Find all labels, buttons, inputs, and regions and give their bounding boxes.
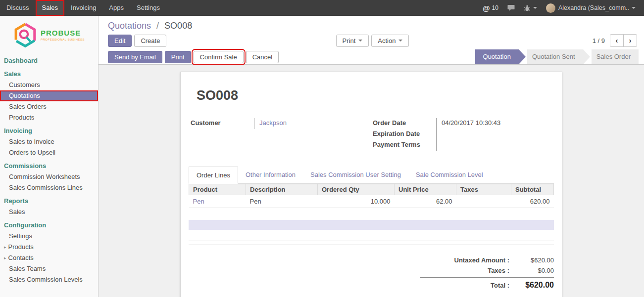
debug-menu-button[interactable] xyxy=(519,0,542,16)
customer-value-link[interactable]: Jackpson xyxy=(259,119,287,127)
print-dropdown-label: Print xyxy=(343,37,356,44)
edit-button[interactable]: Edit xyxy=(108,35,132,47)
sidebar-item-commission-worksheets[interactable]: Commission Worksheets xyxy=(0,171,98,182)
record-title: SO008 xyxy=(197,88,554,103)
separator-line xyxy=(189,245,554,245)
confirm-sale-button[interactable]: Confirm Sale xyxy=(194,51,244,63)
column-header-product[interactable]: Product xyxy=(189,184,246,195)
order-line-row[interactable]: Pen Pen 10.000 62.00 620.00 xyxy=(189,195,554,208)
sidebar-item-products[interactable]: Products xyxy=(0,112,98,123)
sidebar-item-label: Products xyxy=(8,243,34,251)
sidebar-item-orders-to-upsell[interactable]: Orders to Upsell xyxy=(0,147,98,158)
sidebar-header-sales[interactable]: Sales xyxy=(0,68,98,80)
description-cell: Pen xyxy=(246,195,318,208)
chevron-down-icon xyxy=(533,7,537,9)
nav-invoicing[interactable]: Invoicing xyxy=(64,0,102,16)
order-lines-header-row: Product Description Ordered Qty Unit Pri… xyxy=(189,184,554,195)
user-menu[interactable]: Alexandra (Sales_comm.. xyxy=(542,0,640,16)
probuse-logo[interactable]: PROBUSE PROFESSIONAL BUSINESS xyxy=(0,16,98,53)
chevron-down-icon xyxy=(398,40,402,42)
chevron-down-icon xyxy=(358,40,362,42)
sidebar-header-configuration[interactable]: Configuration xyxy=(0,219,98,231)
taxes-label: Taxes : xyxy=(420,267,514,274)
nav-apps[interactable]: Apps xyxy=(102,0,130,16)
sidebar-header-commissions[interactable]: Commissions xyxy=(0,160,98,171)
sidebar-item-quotations[interactable]: Quotations xyxy=(0,90,98,101)
chevron-right-icon: ▸ xyxy=(4,255,6,260)
order-date-value: 04/20/2017 10:30:43 xyxy=(437,118,553,129)
tab-other-information[interactable]: Other Information xyxy=(238,167,303,183)
print-dropdown[interactable]: Print xyxy=(336,35,369,47)
sidebar-item-label: Contacts xyxy=(8,254,34,261)
activity-count: 10 xyxy=(492,4,498,11)
order-date-label: Order Date xyxy=(372,118,437,129)
sidebar-item-sales-to-invoice[interactable]: Sales to Invoice xyxy=(0,136,98,147)
sidebar-item-settings[interactable]: Settings xyxy=(0,231,98,242)
control-panel: Quotations / SO008 Edit Create Print Act… xyxy=(99,16,644,49)
sidebar: PROBUSE PROFESSIONAL BUSINESS Dashboard … xyxy=(0,16,99,297)
probuse-logo-icon xyxy=(13,22,37,48)
sidebar-item-contacts[interactable]: ▸Contacts xyxy=(0,253,98,263)
top-nav-menu: Discuss Sales Invoicing Apps Settings xyxy=(0,0,166,16)
cancel-button[interactable]: Cancel xyxy=(246,51,279,63)
create-button[interactable]: Create xyxy=(134,35,166,47)
tab-order-lines[interactable]: Order Lines xyxy=(189,167,238,184)
state-sales-order[interactable]: Sales Order xyxy=(592,49,639,64)
sidebar-menu: Dashboard Sales Customers Quotations Sal… xyxy=(0,55,98,285)
pager-next-button[interactable]: › xyxy=(623,34,637,47)
field-groups: Customer Jackpson Order Date 04/20/2017 … xyxy=(190,118,553,151)
state-quotation-sent[interactable]: Quotation Sent xyxy=(527,49,583,64)
breadcrumb-separator: / xyxy=(156,21,159,31)
sidebar-header-dashboard[interactable]: Dashboard xyxy=(0,55,98,66)
sidebar-item-sales-report[interactable]: Sales xyxy=(0,207,98,217)
nav-settings[interactable]: Settings xyxy=(130,0,166,16)
customer-label: Customer xyxy=(190,118,254,129)
breadcrumb-current: SO008 xyxy=(164,21,192,31)
logo-subtitle: PROFESSIONAL BUSINESS xyxy=(41,38,85,41)
sidebar-item-sales-commissions-lines[interactable]: Sales Commissions Lines xyxy=(0,182,98,193)
pager: ‹ › xyxy=(610,34,637,47)
pager-previous-button[interactable]: ‹ xyxy=(610,34,624,47)
at-icon: @ xyxy=(483,4,490,12)
sidebar-header-invoicing[interactable]: Invoicing xyxy=(0,125,98,136)
sidebar-header-reports[interactable]: Reports xyxy=(0,195,98,207)
messages-button[interactable] xyxy=(503,0,519,16)
order-lines-table: Product Description Ordered Qty Unit Pri… xyxy=(189,184,554,208)
send-by-email-button[interactable]: Send by Email xyxy=(108,51,162,63)
expiration-date-value xyxy=(437,129,553,140)
action-dropdown[interactable]: Action xyxy=(371,35,409,47)
terms-note-field[interactable] xyxy=(189,220,554,230)
sidebar-item-sales-commission-levels[interactable]: Sales Commission Levels xyxy=(0,274,98,285)
form-statusbar: Send by Email Print Confirm Sale Cancel … xyxy=(99,49,644,65)
form-view: SO008 Customer Jackpson Order Date 04/20… xyxy=(99,65,644,297)
logo-title: PROBUSE xyxy=(41,29,85,37)
top-nav-tools: @ 10 Alexandra (Sales_comm.. xyxy=(478,0,644,16)
tab-sale-commission-level[interactable]: Sale Commission Level xyxy=(408,167,491,183)
ordered-qty-cell: 10.000 xyxy=(318,195,395,208)
sidebar-item-products-config[interactable]: ▸Products xyxy=(0,242,98,253)
column-header-taxes[interactable]: Taxes xyxy=(456,184,511,195)
column-header-subtotal[interactable]: Subtotal xyxy=(511,184,554,195)
print-button[interactable]: Print xyxy=(165,51,191,63)
untaxed-amount-label: Untaxed Amount : xyxy=(420,256,514,264)
column-header-unit-price[interactable]: Unit Price xyxy=(395,184,456,195)
state-quotation[interactable]: Quotation xyxy=(475,49,519,64)
action-dropdown-label: Action xyxy=(378,37,396,44)
document-sheet: SO008 Customer Jackpson Order Date 04/20… xyxy=(180,72,562,297)
column-header-ordered-qty[interactable]: Ordered Qty xyxy=(318,184,395,195)
chevron-down-icon xyxy=(632,7,636,9)
sidebar-item-sales-teams[interactable]: Sales Teams xyxy=(0,263,98,274)
pager-value: 1 / 9 xyxy=(593,37,605,44)
avatar xyxy=(546,3,555,13)
unit-price-cell: 62.00 xyxy=(395,195,456,208)
sidebar-item-sales-orders[interactable]: Sales Orders xyxy=(0,101,98,112)
column-header-description[interactable]: Description xyxy=(246,184,318,195)
breadcrumb-quotations-link[interactable]: Quotations xyxy=(108,21,151,31)
nav-discuss[interactable]: Discuss xyxy=(0,0,36,16)
subtotal-cell: 620.00 xyxy=(511,195,554,208)
activities-button[interactable]: @ 10 xyxy=(478,0,503,16)
product-link[interactable]: Pen xyxy=(193,198,204,205)
nav-sales[interactable]: Sales xyxy=(36,0,65,16)
sidebar-item-customers[interactable]: Customers xyxy=(0,80,98,90)
tab-sales-commission-user-setting[interactable]: Sales Commission User Setting xyxy=(303,167,408,183)
